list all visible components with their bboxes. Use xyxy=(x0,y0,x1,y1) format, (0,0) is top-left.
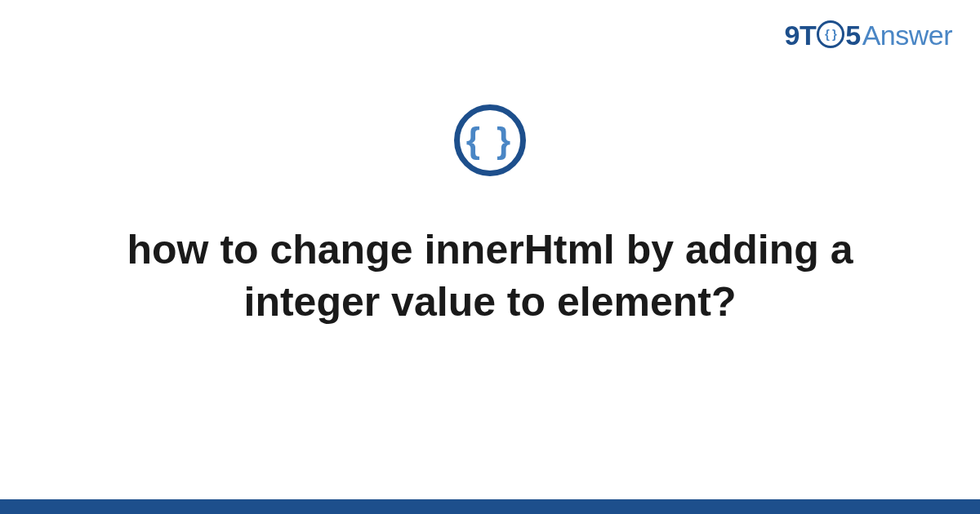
logo-text-5: 5 xyxy=(845,20,860,51)
braces-symbol: { } xyxy=(466,122,514,158)
logo-text-answer: Answer xyxy=(862,20,952,51)
main-content: { } how to change innerHtml by adding a … xyxy=(0,104,980,328)
question-title: how to change innerHtml by adding a inte… xyxy=(74,224,906,328)
logo-text-9t: 9T xyxy=(785,20,817,51)
footer-bar xyxy=(0,499,980,514)
logo-circle-icon: { } xyxy=(817,20,844,48)
topic-braces-icon: { } xyxy=(454,104,526,176)
brand-logo: 9T { } 5 Answer xyxy=(785,20,952,51)
logo-circle-braces: { } xyxy=(825,28,836,40)
